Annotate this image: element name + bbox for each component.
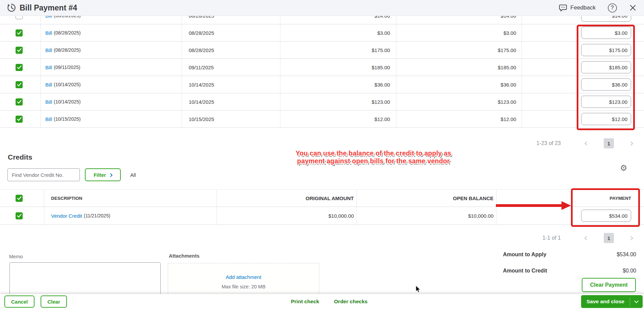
row-checkbox[interactable] (16, 64, 23, 71)
row-checkbox[interactable] (16, 16, 23, 19)
due-date-cell: 10/14/2025 (182, 76, 280, 93)
bill-payment-window: Bill(08/28/2025) 08/28/2025 $14.00 $14.0… (0, 0, 644, 309)
row-checkbox[interactable] (16, 47, 23, 54)
credit-payment-input[interactable] (581, 210, 631, 222)
bill-link[interactable]: Bill (45, 47, 52, 53)
original-amount-cell: $10,000.00 (216, 207, 356, 224)
pagination-range: 1-1 of 1 (543, 235, 561, 241)
open-balance-cell: $123.00 (396, 93, 522, 110)
due-date-cell: 09/11/2025 (182, 59, 280, 76)
payment-input[interactable] (581, 113, 631, 125)
due-date-cell: 08/28/2025 (182, 24, 280, 41)
payment-input[interactable] (581, 44, 631, 56)
select-all-checkbox[interactable] (16, 195, 23, 202)
due-date-cell: 08/28/2025 (182, 42, 280, 58)
feedback-bubble-icon (559, 4, 567, 12)
open-balance-column-header: OPEN BALANCE (356, 190, 496, 207)
payment-input[interactable] (581, 96, 631, 108)
page-number-button[interactable]: 1 (604, 233, 614, 243)
bill-link[interactable]: Bill (45, 82, 52, 88)
save-and-close-button[interactable]: Save and close (581, 295, 643, 308)
gear-icon[interactable]: ⚙ (620, 164, 627, 172)
credits-table: DESCRIPTION ORIGINAL AMOUNT OPEN BALANCE… (0, 189, 644, 225)
original-amount-column-header: ORIGINAL AMOUNT (216, 190, 356, 207)
credits-pagination: 1-1 of 1 1 (543, 233, 644, 243)
original-amount-cell: $123.00 (280, 93, 396, 110)
credit-date-label: (11/21/2025) (84, 213, 110, 218)
bills-table: Bill(08/28/2025) 08/28/2025 $14.00 $14.0… (0, 16, 644, 128)
amount-to-apply-value: $534.00 (617, 252, 636, 258)
open-balance-cell: $36.00 (396, 76, 522, 93)
due-date-cell: 10/15/2025 (182, 111, 280, 127)
payment-input[interactable] (581, 16, 631, 22)
amount-to-credit-row: Amount to Credit $0.00 (503, 268, 636, 274)
original-amount-cell: $36.00 (280, 76, 396, 93)
bill-date-label: (09/11/2025) (54, 65, 80, 70)
prev-page-icon[interactable] (584, 141, 589, 146)
original-amount-cell: $3.00 (280, 24, 396, 41)
original-amount-cell: $185.00 (280, 59, 396, 76)
row-checkbox[interactable] (16, 81, 23, 88)
credits-section-title: Credits (8, 153, 32, 161)
help-icon[interactable]: ? (608, 3, 617, 13)
payment-input[interactable] (581, 27, 631, 39)
print-check-link[interactable]: Print check (291, 299, 319, 305)
bill-date-label: (10/14/2025) (54, 99, 80, 104)
bill-link[interactable]: Bill (45, 116, 52, 122)
vendor-credit-search-input[interactable] (7, 168, 80, 181)
save-options-dropdown[interactable] (630, 295, 643, 308)
clear-button[interactable]: Clear (41, 295, 67, 308)
bill-date-label: (10/14/2025) (54, 82, 80, 87)
amount-to-apply-label: Amount to Apply (503, 252, 546, 258)
description-column-header: DESCRIPTION (44, 190, 216, 207)
original-amount-cell: $175.00 (280, 42, 396, 58)
next-page-icon[interactable] (629, 236, 633, 240)
bill-date-label: (08/28/2025) (54, 30, 80, 35)
vendor-credit-link[interactable]: Vendor Credit (51, 213, 82, 219)
original-amount-cell: $14.00 (280, 16, 396, 24)
bill-date-label: (10/15/2025) (54, 116, 80, 122)
filter-all-link[interactable]: All (130, 172, 136, 178)
due-date-cell: 08/28/2025 (182, 16, 280, 24)
clear-payment-button[interactable]: Clear Payment (582, 278, 636, 292)
chevron-down-icon (634, 299, 639, 303)
filter-button[interactable]: Filter (85, 168, 121, 181)
cancel-button[interactable]: Cancel (4, 295, 34, 308)
add-attachment-link[interactable]: Add attachment (168, 274, 319, 280)
open-balance-cell: $3.00 (396, 24, 522, 41)
order-checks-link[interactable]: Order checks (334, 299, 368, 305)
mouse-cursor (415, 286, 421, 293)
chevron-right-icon (109, 173, 113, 177)
open-balance-cell: $12.00 (396, 111, 522, 127)
bill-date-label: (08/28/2025) (54, 16, 80, 18)
bill-row: Bill(09/11/2025) 09/11/2025 $185.00 $185… (0, 59, 644, 76)
bill-row: Bill(10/15/2025) 10/15/2025 $12.00 $12.0… (0, 111, 644, 128)
next-page-icon[interactable] (629, 141, 633, 146)
row-checkbox[interactable] (16, 29, 23, 37)
bill-row: Bill(08/28/2025) 08/28/2025 $14.00 $14.0… (0, 16, 644, 24)
row-checkbox[interactable] (16, 98, 23, 105)
bill-link[interactable]: Bill (45, 30, 52, 36)
payment-input[interactable] (581, 78, 631, 91)
row-checkbox[interactable] (16, 116, 23, 123)
open-balance-cell: $185.00 (396, 59, 522, 76)
row-checkbox[interactable] (16, 212, 23, 219)
bill-link[interactable]: Bill (45, 99, 52, 105)
due-date-cell: 10/14/2025 (182, 93, 280, 110)
payment-input[interactable] (581, 61, 631, 73)
prev-page-icon[interactable] (584, 236, 589, 240)
feedback-button[interactable]: Feedback (559, 4, 596, 12)
annotation-text: You can use the balance of the credit to… (238, 149, 509, 165)
open-balance-cell: $14.00 (396, 16, 522, 24)
clipped-row-wrapper: Bill(08/28/2025) 08/28/2025 $14.00 $14.0… (0, 16, 644, 24)
close-icon[interactable] (629, 4, 637, 11)
pagination-range: 1-23 of 23 (536, 140, 561, 146)
attachments-label: Attachments (169, 253, 200, 259)
original-amount-cell: $12.00 (280, 111, 396, 127)
bill-link[interactable]: Bill (45, 16, 52, 19)
bill-link[interactable]: Bill (45, 65, 52, 70)
amount-to-apply-row: Amount to Apply $534.00 (503, 252, 636, 258)
page-number-button[interactable]: 1 (604, 138, 614, 148)
credit-row: Vendor Credit(11/21/2025) $10,000.00 $10… (0, 207, 644, 225)
memo-label: Memo (9, 254, 23, 259)
